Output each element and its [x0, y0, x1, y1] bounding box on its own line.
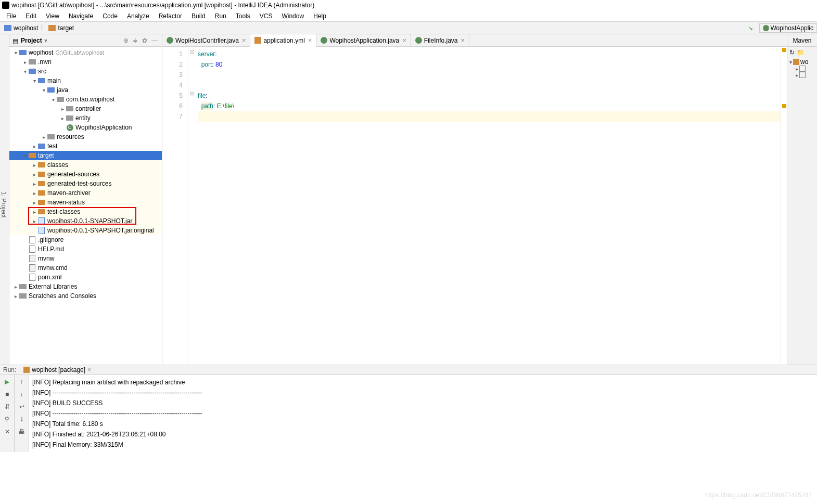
- fold-icon[interactable]: [188, 111, 196, 122]
- chevron-right-icon[interactable]: ▸: [796, 72, 798, 78]
- tree-item[interactable]: ▸generated-test-sources: [9, 179, 162, 188]
- close-icon[interactable]: ×: [308, 36, 312, 44]
- add-icon[interactable]: 📁: [797, 49, 805, 56]
- chevron-right-icon[interactable]: ▸: [796, 66, 798, 72]
- menu-code[interactable]: Code: [98, 11, 122, 21]
- breadcrumb-item[interactable]: target: [58, 24, 74, 32]
- collapse-icon[interactable]: ≑: [133, 37, 140, 44]
- stop-icon[interactable]: ■: [3, 390, 12, 399]
- maven-tool-tab[interactable]: Maven: [787, 34, 817, 47]
- tree-item[interactable]: ▸mvnw: [9, 254, 162, 263]
- tree-item[interactable]: ▸resources: [9, 132, 162, 141]
- menu-navigate[interactable]: Navigate: [65, 11, 97, 21]
- tree-item[interactable]: ▸entity: [9, 113, 162, 123]
- fold-icon[interactable]: [188, 101, 196, 111]
- menu-tools[interactable]: Tools: [232, 11, 254, 21]
- tree-item[interactable]: ▸maven-archiver: [9, 188, 162, 198]
- project-tool-tab[interactable]: 1: Project: [0, 191, 7, 218]
- tree-item[interactable]: ▾com.tao.wopihost: [9, 95, 162, 104]
- tree-item[interactable]: ▾main: [9, 76, 162, 85]
- tree-arrow-icon[interactable]: ▸: [31, 172, 37, 177]
- warning-mark-icon[interactable]: [782, 104, 786, 108]
- tree-arrow-icon[interactable]: ▸: [12, 293, 19, 299]
- tree-item[interactable]: ▸controller: [9, 104, 162, 113]
- tree-arrow-icon[interactable]: ▾: [22, 153, 28, 159]
- tree-arrow-icon[interactable]: ▸: [31, 200, 37, 205]
- code-editor[interactable]: 1234567 ⊟⊟ server: port: 80 file: path: …: [162, 47, 787, 365]
- menu-refactor[interactable]: Refactor: [155, 11, 186, 21]
- code-content[interactable]: server: port: 80 file: path: E:\file\: [196, 47, 781, 365]
- tree-arrow-icon[interactable]: ▾: [41, 87, 47, 93]
- breadcrumb-item[interactable]: wopihost: [14, 24, 38, 32]
- code-line[interactable]: [198, 111, 781, 122]
- tree-arrow-icon[interactable]: ▸: [22, 59, 28, 65]
- warning-mark-icon[interactable]: [782, 48, 786, 52]
- tree-arrow-icon[interactable]: ▾: [12, 50, 19, 56]
- up-icon[interactable]: ↑: [17, 377, 27, 386]
- code-line[interactable]: file:: [198, 91, 781, 101]
- settings-icon[interactable]: ✿: [142, 37, 149, 44]
- error-stripe[interactable]: [781, 47, 787, 365]
- tree-arrow-icon[interactable]: ▸: [59, 106, 66, 112]
- tree-arrow-icon[interactable]: ▸: [31, 162, 37, 168]
- tree-item[interactable]: ▸.mvn: [9, 57, 162, 67]
- pin-icon[interactable]: ⚲: [3, 415, 12, 424]
- tree-item[interactable]: ▸CWopihostApplication: [9, 123, 162, 132]
- fold-icon[interactable]: ⊟: [188, 49, 196, 59]
- tree-item[interactable]: ▸pom.xml: [9, 273, 162, 282]
- fold-gutter[interactable]: ⊟⊟: [188, 47, 196, 365]
- restore-layout-icon[interactable]: ⇵: [3, 402, 12, 411]
- menu-build[interactable]: Build: [187, 11, 210, 21]
- menu-help[interactable]: Help: [309, 11, 330, 21]
- code-line[interactable]: port: 80: [198, 59, 781, 70]
- tree-item[interactable]: ▾wopihostG:\GitLab\wopihost: [9, 48, 162, 57]
- menu-edit[interactable]: Edit: [21, 11, 41, 21]
- chevron-down-icon[interactable]: ▾: [789, 59, 792, 65]
- tree-item[interactable]: ▸generated-sources: [9, 170, 162, 179]
- tree-arrow-icon[interactable]: ▾: [50, 97, 56, 102]
- code-line[interactable]: [198, 70, 781, 80]
- refresh-icon[interactable]: ↻: [789, 49, 795, 56]
- tree-item[interactable]: ▸HELP.md: [9, 244, 162, 254]
- code-line[interactable]: server:: [198, 49, 781, 59]
- close-icon[interactable]: ×: [461, 36, 465, 44]
- editor-tab[interactable]: FileInfo.java×: [411, 34, 469, 46]
- dropdown-icon[interactable]: ▾: [44, 37, 47, 44]
- locate-icon[interactable]: ⊕: [123, 37, 131, 44]
- tree-item[interactable]: ▸wopihost-0.0.1-SNAPSHOT.jar.original: [9, 226, 162, 235]
- editor-tab[interactable]: WopihostApplication.java×: [316, 34, 411, 46]
- tree-item[interactable]: ▾target: [9, 151, 162, 160]
- editor-tab[interactable]: WopiHostContrller.java×: [162, 34, 250, 46]
- code-line[interactable]: [198, 80, 781, 91]
- tree-item[interactable]: ▸test: [9, 141, 162, 151]
- tree-item[interactable]: ▸mvnw.cmd: [9, 263, 162, 273]
- menu-view[interactable]: View: [42, 11, 63, 21]
- tree-item[interactable]: ▾java: [9, 85, 162, 95]
- tree-arrow-icon[interactable]: ▸: [31, 144, 37, 149]
- print-icon[interactable]: 🖶: [17, 427, 27, 436]
- code-line[interactable]: path: E:\file\: [198, 101, 781, 111]
- menu-analyze[interactable]: Analyze: [123, 11, 154, 21]
- rerun-icon[interactable]: ▶: [3, 377, 12, 386]
- fold-icon[interactable]: [188, 70, 196, 80]
- menu-vcs[interactable]: VCS: [256, 11, 277, 21]
- left-tool-strip[interactable]: 1: Project: [0, 34, 9, 365]
- close-icon[interactable]: ×: [402, 36, 406, 44]
- tree-item[interactable]: ▸External Libraries: [9, 282, 162, 291]
- down-icon[interactable]: ↓: [17, 390, 27, 399]
- project-tree[interactable]: ▾wopihostG:\GitLab\wopihost▸.mvn▾src▾mai…: [9, 47, 162, 365]
- tree-arrow-icon[interactable]: ▾: [22, 69, 28, 74]
- fold-icon[interactable]: [188, 59, 196, 70]
- tree-arrow-icon[interactable]: ▸: [12, 284, 19, 290]
- tree-arrow-icon[interactable]: ▸: [41, 134, 47, 140]
- tree-item[interactable]: ▾src: [9, 67, 162, 76]
- run-config-selector[interactable]: WopihostApplic: [759, 23, 818, 33]
- soft-wrap-icon[interactable]: ↩: [17, 402, 27, 411]
- run-tab[interactable]: wopihost [package] ×: [20, 365, 94, 374]
- maven-tree[interactable]: ▾ wo ▸ ▸: [787, 58, 817, 78]
- fold-icon[interactable]: [188, 80, 196, 91]
- tree-item[interactable]: ▸maven-status: [9, 198, 162, 207]
- tree-arrow-icon[interactable]: ▾: [31, 78, 37, 84]
- tree-arrow-icon[interactable]: ▸: [31, 190, 37, 196]
- fold-icon[interactable]: ⊟: [188, 91, 196, 101]
